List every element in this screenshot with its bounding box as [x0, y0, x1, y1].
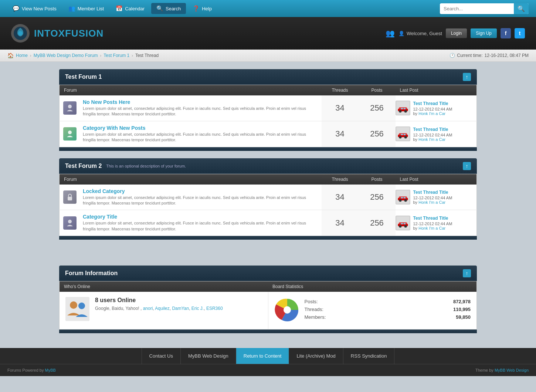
col-threads-1: Threads: [322, 85, 359, 96]
forum-icon-no-new: [63, 101, 77, 115]
svg-point-38: [284, 306, 291, 314]
forum-name-2[interactable]: Category With New Posts: [83, 125, 145, 131]
online-user-3[interactable]: DamYan: [172, 306, 189, 311]
mybb-link[interactable]: MyBB: [45, 368, 55, 372]
forum-info-icon: ↑: [463, 269, 471, 277]
nav-view-new-posts-label: View New Posts: [22, 6, 57, 11]
nav-search[interactable]: 🔍 Search: [151, 3, 186, 14]
current-time: 🕐 Current time: 12-16-2012, 08:47 PM: [450, 53, 529, 58]
nav-member-list[interactable]: 👥 Member List: [63, 3, 109, 14]
lastpost-title-2[interactable]: Test Thread Title: [413, 127, 448, 132]
lastpost-user-3[interactable]: Honk I'm a Car: [418, 200, 445, 205]
table-row: Category Title Lorem ipsum dolor sit ame…: [60, 210, 477, 236]
col-lastpost-1: Last Post: [396, 85, 477, 96]
nav-help[interactable]: ❓ Help: [187, 3, 217, 14]
forum-name-4[interactable]: Category Title: [83, 214, 117, 220]
main-content: Test Forum 1 ↑ Forum Threads Posts Last …: [0, 62, 536, 341]
col-forum-1: Forum: [60, 85, 322, 96]
lastpost-title-1[interactable]: Test Thread Title: [413, 101, 448, 106]
logo[interactable]: INTOXFUSION: [11, 24, 104, 43]
welcome-text: 👤 Welcome, Guest: [398, 31, 442, 36]
forum-header-title-2: Test Forum 2: [65, 163, 102, 169]
breadcrumb-subforum[interactable]: Test Forum 1: [104, 53, 129, 58]
online-users-list: Google, Baidu, Yahoo! , anori, Aquilez, …: [95, 306, 262, 311]
lastpost-by-3: by Honk I'm a Car: [413, 200, 452, 205]
footer-contact-us[interactable]: Contact Us: [142, 348, 181, 364]
forum-desc-1: Lorem ipsum dolor sit amet, consectetur …: [83, 106, 319, 117]
col-lastpost-2: Last Post: [396, 174, 477, 185]
footer-mybb-web-design[interactable]: MyBB Web Design: [181, 348, 236, 364]
lastpost-title-4[interactable]: Test Thread Title: [413, 216, 448, 221]
forum-header-icon-1: ↑: [463, 73, 471, 81]
lastpost-by-2: by Honk I'm a Car: [413, 137, 452, 142]
forum-name-3[interactable]: Locked Category: [83, 188, 125, 194]
signup-button[interactable]: Sign Up: [471, 28, 497, 38]
table-row: Locked Category Lorem ipsum dolor sit am…: [60, 185, 477, 210]
footer-return-to-content[interactable]: Return to Content: [236, 348, 289, 364]
footer-lite-archive[interactable]: Lite (Archive) Mod: [289, 348, 343, 364]
forum-threads-3: 34: [322, 185, 359, 210]
svg-rect-33: [403, 223, 405, 224]
top-nav-links: 💬 View New Posts 👥 Member List 📅 Calenda…: [7, 3, 217, 14]
lastpost-cell-3: Test Thread Title 12-12-2012 02:44 AM by…: [396, 189, 477, 205]
forum-info-header: Forum Information ↑: [59, 266, 477, 281]
nav-view-new-posts[interactable]: 💬 View New Posts: [7, 3, 62, 14]
search-input[interactable]: [440, 4, 514, 13]
logo-icon: [11, 24, 30, 43]
nav-help-label: Help: [202, 6, 212, 11]
svg-point-1: [18, 31, 23, 36]
user-icon: 👤: [398, 31, 404, 36]
lastpost-date-2: 12-12-2012 02:44 AM: [413, 133, 452, 137]
forum-icon-locked: [63, 190, 77, 204]
search-box: 🔍: [440, 3, 529, 14]
lastpost-cell-1: Test Thread Title 12-12-2012 02:44 AM by…: [396, 101, 477, 116]
twitter-button[interactable]: t: [515, 28, 525, 38]
breadcrumb-home[interactable]: Home: [16, 53, 28, 58]
forum-name-1[interactable]: No New Posts Here: [83, 99, 130, 105]
spacer: [59, 247, 477, 258]
forum-table-1: Forum Threads Posts Last Post: [59, 85, 477, 147]
login-button[interactable]: Login: [446, 28, 467, 38]
forum-header-1: Test Forum 1 ↑: [59, 69, 477, 85]
board-stats-cell: Posts: 872,978 Threads: 110,995 Members:…: [268, 292, 477, 330]
lastpost-date-3: 12-12-2012 02:44 AM: [413, 196, 452, 200]
footer-rss-syndication[interactable]: RSS Syndication: [343, 348, 395, 364]
online-user-1[interactable]: anori: [143, 306, 153, 311]
forum-section-2: Test Forum 2 This is an optional descrip…: [59, 158, 477, 240]
svg-rect-34: [65, 297, 89, 321]
home-icon: 🏠: [7, 53, 14, 58]
lastpost-user-1[interactable]: Honk I'm a Car: [418, 111, 445, 116]
lastpost-icon-3: [396, 190, 410, 205]
online-user-5[interactable]: ESR360: [206, 306, 223, 311]
theme-by: Theme by MyBB Web Design: [475, 368, 529, 372]
online-user-2[interactable]: Aquilez: [155, 306, 169, 311]
svg-point-22: [399, 199, 401, 202]
lastpost-date-4: 12-12-2012 02:44 AM: [413, 222, 452, 226]
nav-calendar[interactable]: 📅 Calendar: [111, 3, 150, 14]
clock-icon: 🕐: [450, 53, 455, 58]
forum-threads-4: 34: [322, 210, 359, 236]
lastpost-user-4[interactable]: Honk I'm a Car: [418, 226, 445, 230]
online-user-4[interactable]: Eric J.: [191, 306, 204, 311]
mybb-design-link[interactable]: MyBB Web Design: [495, 368, 529, 372]
svg-rect-24: [401, 197, 403, 199]
calendar-icon: 📅: [116, 5, 123, 12]
footer-links: Contact Us MyBB Web Design Return to Con…: [0, 348, 536, 364]
lastpost-cell-4: Test Thread Title 12-12-2012 02:44 AM by…: [396, 215, 477, 230]
site-header: INTOXFUSION 👥 👤 Welcome, Guest Login Sig…: [0, 17, 536, 50]
forum-info-table: Who's Online Board Statistics: [59, 281, 477, 330]
board-stats-header: Board Statistics: [268, 281, 477, 292]
lastpost-icon-4: [396, 216, 410, 230]
svg-point-7: [404, 110, 407, 113]
col-threads-2: Threads: [322, 174, 359, 185]
search-button[interactable]: 🔍: [514, 3, 529, 14]
breadcrumb-forum[interactable]: MyBB Web Design Demo Forum: [34, 53, 98, 58]
lastpost-user-2[interactable]: Honk I'm a Car: [418, 137, 445, 142]
lastpost-title-3[interactable]: Test Thread Title: [413, 190, 448, 195]
nav-member-list-label: Member List: [78, 6, 104, 11]
powered-by: Forums Powered by MyBB: [7, 368, 56, 372]
forum-posts-4: 256: [359, 210, 396, 236]
forum-header-2: Test Forum 2 This is an optional descrip…: [59, 158, 477, 174]
facebook-button[interactable]: f: [501, 28, 511, 38]
lastpost-date-1: 12-12-2012 02:44 AM: [413, 107, 452, 111]
